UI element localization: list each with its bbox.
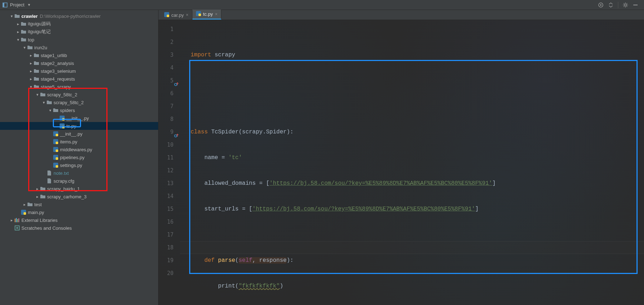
tree-item-path: D:\Workspace-python\crawler — [40, 14, 101, 19]
gutter-line: 18 — [159, 241, 173, 254]
tree-item[interactable]: stage4_requests — [0, 75, 158, 83]
tree-item-label: stage3_selenium — [41, 68, 76, 74]
caret-icon[interactable] — [9, 218, 14, 223]
tree-item[interactable]: scrapy_58tc_2 — [0, 98, 158, 106]
tree-item[interactable]: Scratches and Consoles — [0, 224, 158, 232]
locate-icon[interactable] — [598, 2, 604, 8]
python-file-icon — [53, 162, 59, 168]
tree-item[interactable]: stage1_urllib — [0, 51, 158, 59]
svg-rect-5 — [633, 5, 638, 5]
file-icon — [46, 178, 52, 184]
tree-item[interactable]: items.py — [0, 138, 158, 146]
tree-item[interactable]: middlewares.py — [0, 146, 158, 153]
tree-item[interactable]: test — [0, 200, 158, 208]
folder-icon — [46, 100, 52, 105]
tree-item[interactable]: stage3_selenium — [0, 67, 158, 75]
override-marker-icon[interactable] — [174, 129, 178, 133]
tree-item-label: itguigu源码 — [28, 21, 51, 27]
override-marker-icon[interactable] — [174, 78, 178, 82]
project-tree[interactable]: crawlerD:\Workspace-python\crawleritguig… — [0, 10, 158, 232]
caret-icon[interactable] — [29, 77, 34, 81]
expand-all-icon[interactable] — [608, 2, 614, 8]
folder-icon — [21, 29, 26, 35]
caret-icon[interactable] — [16, 37, 21, 42]
caret-icon[interactable] — [48, 108, 53, 113]
caret-icon[interactable] — [29, 61, 34, 66]
gutter-line: 14 — [159, 190, 173, 203]
tree-item[interactable]: __init__.py — [0, 114, 158, 122]
caret-icon[interactable] — [29, 85, 34, 89]
caret-icon[interactable] — [35, 92, 40, 97]
caret-icon[interactable] — [29, 69, 34, 73]
gutter-line: 8 — [159, 113, 173, 126]
caret-icon[interactable] — [41, 100, 46, 105]
svg-point-32 — [175, 135, 177, 137]
code-line — [191, 228, 644, 241]
caret-icon[interactable] — [16, 30, 21, 34]
editor-body[interactable]: 1234567891011121314151617181920 import s… — [159, 20, 644, 305]
folder-icon — [40, 194, 46, 199]
tree-item-label: test — [34, 202, 42, 207]
code-area[interactable]: import scrapy class TcSpider(scrapy.Spid… — [180, 20, 644, 305]
tree-item-label: stage2_analysis — [41, 61, 74, 66]
tree-item-label: top — [28, 37, 34, 42]
gutter-line: 17 — [159, 228, 173, 241]
caret-icon[interactable] — [29, 53, 34, 58]
caret-icon[interactable] — [22, 202, 27, 207]
tree-item[interactable]: scrapy_58tc_2 — [0, 91, 158, 98]
svg-rect-9 — [62, 126, 65, 128]
close-icon[interactable]: × — [186, 12, 188, 17]
caret-icon[interactable] — [16, 22, 21, 26]
gear-icon[interactable] — [623, 2, 628, 8]
tree-item[interactable]: spiders — [0, 106, 158, 114]
gutter-line: 20 — [159, 267, 173, 280]
svg-rect-1 — [3, 3, 4, 7]
code-line: import scrapy — [191, 49, 644, 61]
tree-item[interactable]: settings.py — [0, 161, 158, 169]
gutter-line: 12 — [159, 164, 173, 177]
tree-item[interactable]: note.txt — [0, 169, 158, 177]
gutter-line: 1 — [159, 23, 173, 36]
tree-item[interactable]: scrapy_baidu_1 — [0, 185, 158, 193]
tree-item[interactable]: itguigu笔记 — [0, 28, 158, 36]
tree-item[interactable]: stage2_analysis — [0, 59, 158, 67]
tree-item[interactable]: pipelines.py — [0, 153, 158, 161]
tree-item-label: scrapy_baidu_1 — [47, 186, 80, 192]
tree-item-label: tc.py — [66, 123, 76, 129]
hide-icon[interactable] — [633, 2, 638, 8]
editor-tab[interactable]: tc.py× — [192, 10, 221, 20]
code-line — [191, 74, 644, 87]
code-line: print("fkfkfkfkfk") — [191, 280, 644, 293]
tree-item[interactable]: stage5_scrapy — [0, 83, 158, 91]
tree-item[interactable]: __init__.py — [0, 130, 158, 138]
tree-item[interactable]: tc.py — [0, 122, 158, 130]
gutter-line: 7 — [159, 100, 173, 113]
svg-rect-23 — [16, 218, 17, 222]
tree-item[interactable]: itguigu源码 — [0, 20, 158, 28]
tree-item[interactable]: irun2u — [0, 44, 158, 51]
gutter-line: 2 — [159, 36, 173, 49]
project-dropdown-icon[interactable]: ▼ — [27, 3, 31, 7]
svg-rect-28 — [167, 15, 169, 17]
project-label[interactable]: Project — [10, 2, 24, 7]
folder-icon — [27, 45, 33, 50]
caret-icon[interactable] — [35, 194, 40, 199]
folder-icon — [21, 37, 26, 42]
close-icon[interactable]: × — [215, 12, 217, 17]
editor-tabbar: car.py×tc.py× — [159, 10, 644, 20]
tree-item[interactable]: top — [0, 36, 158, 44]
folder-icon — [14, 13, 20, 19]
tree-item[interactable]: main.py — [0, 208, 158, 216]
tree-item[interactable]: scrapy.cfg — [0, 177, 158, 185]
tree-item[interactable]: scrapy_carhome_3 — [0, 193, 158, 200]
editor-tab[interactable]: car.py× — [161, 10, 192, 20]
tree-item-label: stage5_scrapy — [41, 84, 71, 90]
tree-item[interactable]: crawlerD:\Workspace-python\crawler — [0, 12, 158, 20]
gutter-line: 15 — [159, 203, 173, 215]
svg-point-4 — [624, 4, 627, 6]
caret-icon[interactable] — [35, 187, 40, 191]
caret-icon[interactable] — [22, 45, 27, 50]
tree-item[interactable]: External Libraries — [0, 216, 158, 224]
svg-rect-11 — [56, 134, 58, 136]
caret-icon[interactable] — [9, 14, 14, 19]
